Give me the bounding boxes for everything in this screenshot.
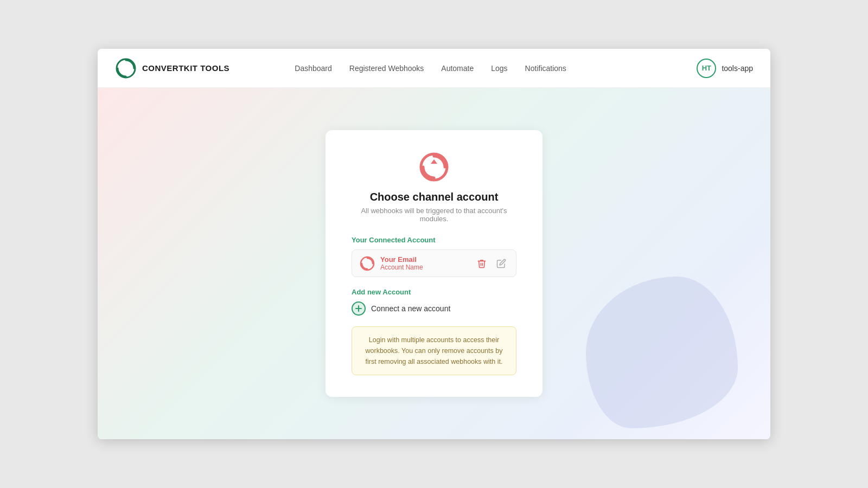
decorative-blob [586, 277, 738, 428]
connect-account-label: Connect a new account [371, 304, 450, 313]
nav-dashboard[interactable]: Dashboard [295, 64, 332, 73]
nav-automate[interactable]: Automate [441, 64, 474, 73]
card-subtitle: All webhooks will be triggered to that a… [352, 207, 516, 223]
nav-logs[interactable]: Logs [491, 64, 507, 73]
account-name: Account Name [380, 264, 475, 271]
user-area: HT tools-app [697, 59, 753, 78]
svg-marker-2 [431, 159, 437, 164]
account-email: Your Email [380, 255, 475, 264]
svg-point-3 [361, 257, 374, 270]
delete-account-button[interactable] [475, 256, 489, 271]
connected-account-row: Your Email Account Name [352, 249, 516, 277]
channel-account-card: Choose channel account All webhooks will… [326, 130, 542, 397]
nav-webhooks[interactable]: Registered Webhooks [349, 64, 424, 73]
add-new-label: Add new Account [352, 288, 516, 296]
account-icon [360, 256, 375, 271]
card-icon-area [352, 152, 516, 182]
warning-box: Login with multiple accounts to access t… [352, 326, 516, 375]
card-title: Choose channel account [352, 191, 516, 203]
add-account-row[interactable]: Connect a new account [352, 301, 516, 316]
avatar[interactable]: HT [697, 59, 716, 78]
add-account-icon [352, 301, 366, 316]
svg-point-0 [117, 59, 135, 78]
trash-icon [477, 259, 487, 268]
logo-area[interactable]: CONVERTKIT TOOLS [115, 57, 229, 79]
nav-notifications[interactable]: Notifications [525, 64, 566, 73]
edit-icon [496, 259, 506, 268]
nav-links: Dashboard Registered Webhooks Automate L… [295, 64, 566, 73]
logo-icon [115, 57, 137, 79]
svg-point-1 [421, 154, 447, 180]
account-actions [475, 256, 508, 271]
warning-text: Login with multiple accounts to access t… [362, 335, 506, 367]
logo-text: CONVERTKIT TOOLS [142, 63, 229, 73]
edit-account-button[interactable] [494, 256, 508, 271]
user-name: tools-app [722, 64, 753, 73]
channel-icon [419, 152, 449, 182]
main-content: Choose channel account All webhooks will… [98, 88, 770, 439]
connected-account-label: Your Connected Account [352, 236, 516, 244]
browser-frame: CONVERTKIT TOOLS Dashboard Registered We… [98, 49, 770, 439]
navbar: CONVERTKIT TOOLS Dashboard Registered We… [98, 49, 770, 88]
account-info: Your Email Account Name [380, 255, 475, 271]
